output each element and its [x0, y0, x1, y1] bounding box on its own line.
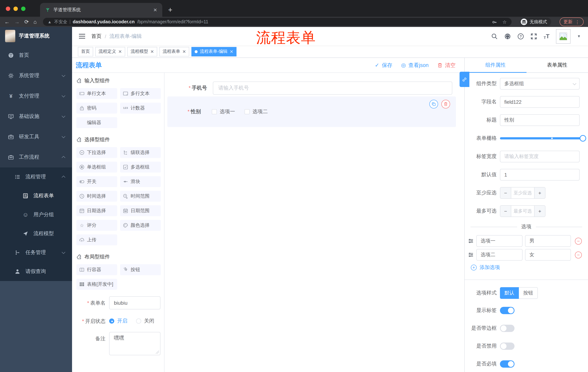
- border-toggle[interactable]: [500, 325, 514, 332]
- tag-close-icon[interactable]: ✕: [150, 49, 154, 54]
- slider-track[interactable]: [500, 137, 583, 139]
- option-style-button[interactable]: 按钮: [519, 287, 538, 299]
- component-button[interactable]: 按钮: [120, 264, 161, 275]
- browser-menu-icon[interactable]: ⋮: [575, 19, 580, 25]
- checkbox-option-2[interactable]: 选项二: [244, 108, 268, 115]
- component-editor[interactable]: 编辑器: [76, 117, 117, 128]
- slider-thumb[interactable]: [580, 135, 586, 142]
- plus-icon[interactable]: +: [535, 206, 545, 217]
- form-remark-textarea[interactable]: 嘿嘿: [109, 332, 160, 355]
- radio-on[interactable]: [109, 319, 114, 324]
- delete-component-button[interactable]: [441, 100, 450, 108]
- title-input[interactable]: 性别: [500, 114, 580, 126]
- default-value-input[interactable]: 1: [500, 169, 580, 181]
- component-multi-line-text[interactable]: 多行文本: [120, 88, 161, 99]
- caret-down-icon[interactable]: ▼: [577, 34, 581, 38]
- component-slider[interactable]: 滑块: [120, 176, 161, 187]
- forward-icon[interactable]: →: [14, 19, 20, 25]
- option-name-input[interactable]: 选项一: [476, 235, 523, 247]
- tag-home[interactable]: 首页: [78, 47, 93, 56]
- component-switch[interactable]: 开关: [76, 176, 117, 187]
- avatar[interactable]: [556, 29, 570, 43]
- tag-process-definition[interactable]: 流程定义 ✕: [95, 47, 125, 56]
- component-password[interactable]: 密码: [76, 103, 117, 114]
- add-option-button[interactable]: + 添加选项: [471, 264, 588, 271]
- sidebar-item-home[interactable]: 首页: [0, 45, 72, 65]
- tag-process-form-edit[interactable]: 流程表单-编辑 ✕: [191, 47, 237, 56]
- drag-handle-icon[interactable]: [468, 238, 474, 244]
- reload-icon[interactable]: ⟳: [24, 19, 29, 25]
- new-tab-button[interactable]: +: [168, 6, 172, 14]
- tab-close-icon[interactable]: ✕: [153, 7, 157, 12]
- close-window-button[interactable]: [6, 7, 10, 11]
- component-date-range[interactable]: 日期范围: [120, 205, 161, 216]
- radio-on-label[interactable]: 开启: [117, 318, 127, 324]
- option-name-input[interactable]: 选项二: [476, 249, 523, 261]
- bookmark-star-icon[interactable]: ☆: [503, 19, 507, 25]
- component-time-picker[interactable]: 时间选择: [76, 191, 117, 202]
- remove-option-icon[interactable]: −: [575, 237, 582, 244]
- phone-input[interactable]: 请输入手机号: [213, 82, 452, 95]
- component-rate[interactable]: ☆ 评分: [76, 220, 117, 231]
- font-size-icon[interactable]: TT: [544, 33, 549, 40]
- show-label-toggle[interactable]: [500, 307, 514, 314]
- sidebar-item-workflow[interactable]: 工作流程: [0, 147, 72, 167]
- sidebar-item-leave-query[interactable]: 请假查询: [0, 262, 72, 281]
- github-icon[interactable]: [504, 33, 511, 40]
- address-bar[interactable]: ▲ 不安全 dashboard.yudao.iocoder.cn /bpm/ma…: [43, 18, 511, 26]
- sidebar-item-system[interactable]: 系统管理: [0, 65, 72, 86]
- sidebar-item-payment[interactable]: ¥ 支付管理: [0, 86, 72, 106]
- component-radio-group[interactable]: 单选框组: [76, 162, 117, 172]
- radio-off[interactable]: [136, 319, 141, 324]
- remove-option-icon[interactable]: −: [575, 251, 582, 258]
- sidebar-item-devtools[interactable]: 研发工具: [0, 127, 72, 147]
- key-icon[interactable]: [492, 19, 497, 24]
- label-width-input[interactable]: 请输入标签宽度: [500, 151, 580, 162]
- zoom-window-button[interactable]: [21, 7, 25, 11]
- component-color-picker[interactable]: 颜色选择: [120, 220, 161, 231]
- sidebar-item-task-mgmt[interactable]: 任务管理: [0, 243, 72, 262]
- minus-icon[interactable]: −: [500, 206, 511, 217]
- checkbox-option-1[interactable]: 选项一: [212, 108, 235, 115]
- sidebar-item-process-model[interactable]: 流程模型: [0, 224, 72, 243]
- min-select-input[interactable]: 至少应选: [511, 187, 535, 198]
- form-name-input[interactable]: biubiu: [109, 296, 160, 309]
- component-row-container[interactable]: 行容器: [76, 264, 117, 275]
- tag-close-icon[interactable]: ✕: [230, 49, 233, 54]
- copy-component-button[interactable]: [429, 100, 438, 108]
- tab-component-props[interactable]: 组件属性: [465, 58, 526, 73]
- breadcrumb-home[interactable]: 首页: [91, 33, 102, 40]
- component-select[interactable]: 下拉选择: [76, 147, 117, 158]
- component-counter[interactable]: 123 计数器: [120, 103, 161, 114]
- component-date-picker[interactable]: 日期选择: [76, 205, 117, 216]
- disabled-toggle[interactable]: [500, 342, 514, 350]
- option-style-default[interactable]: 默认: [500, 287, 519, 299]
- tag-close-icon[interactable]: ✕: [182, 49, 186, 54]
- form-grid-slider[interactable]: [500, 132, 583, 144]
- tag-process-model[interactable]: 流程模型 ✕: [127, 47, 157, 56]
- sidebar-item-user-group[interactable]: ☺ 用户分组: [0, 205, 72, 224]
- minus-icon[interactable]: −: [500, 187, 511, 198]
- option-value-input[interactable]: 女: [525, 249, 571, 261]
- sidebar-item-infra[interactable]: 基础设施: [0, 106, 72, 127]
- update-button[interactable]: 更新 ⋮: [559, 18, 584, 26]
- component-time-range[interactable]: 时间范围: [120, 191, 161, 202]
- back-icon[interactable]: ←: [4, 19, 10, 25]
- drag-handle-icon[interactable]: [468, 252, 474, 258]
- bind-link-tab[interactable]: [460, 72, 469, 87]
- sidebar-item-process-mgmt[interactable]: 流程管理: [0, 167, 72, 186]
- max-select-input[interactable]: 最多可选: [511, 206, 535, 217]
- home-icon[interactable]: ⌂: [33, 19, 37, 25]
- sidebar-item-process-form[interactable]: 流程表单: [0, 186, 72, 205]
- component-type-select[interactable]: 多选框组: [500, 78, 580, 90]
- tag-close-icon[interactable]: ✕: [118, 49, 122, 54]
- fullscreen-icon[interactable]: [531, 33, 537, 40]
- canvas-phone-field[interactable]: *手机号 请输入手机号: [165, 82, 464, 95]
- radio-off-label[interactable]: 关闭: [144, 318, 154, 324]
- tag-process-form[interactable]: 流程表单 ✕: [159, 47, 189, 56]
- canvas-selected-component[interactable]: *性别 选项一 选项二: [167, 96, 456, 127]
- checkbox-box[interactable]: [212, 109, 217, 114]
- checkbox-box[interactable]: [244, 109, 250, 114]
- component-table-wip[interactable]: 表格[开发中]: [76, 279, 117, 290]
- browser-tab[interactable]: 芋道管理系统 ✕: [40, 3, 162, 17]
